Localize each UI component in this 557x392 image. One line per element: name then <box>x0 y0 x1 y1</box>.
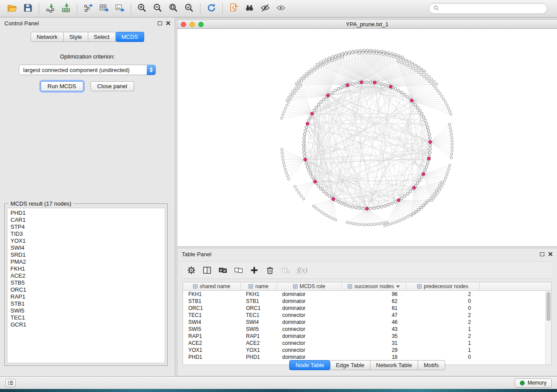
network-view[interactable] <box>177 29 557 246</box>
search-box[interactable] <box>429 3 547 14</box>
table-cell: connector <box>277 340 342 346</box>
toolbar-separator <box>222 3 223 14</box>
control-panel: Control Panel NetworkStyleSelectMCDS Opt… <box>0 17 175 376</box>
tab-style[interactable]: Style <box>64 32 88 42</box>
result-node-item[interactable]: STP4 <box>7 224 165 230</box>
control-panel-header: Control Panel <box>0 17 175 29</box>
export-network-button[interactable] <box>80 2 96 15</box>
result-node-item[interactable]: CAR1 <box>7 217 165 224</box>
result-node-item[interactable]: TID3 <box>7 230 165 237</box>
tab-motifs[interactable]: Motifs <box>418 360 445 370</box>
result-node-item[interactable]: SRD1 <box>7 251 165 258</box>
table-scrollbar[interactable] <box>545 291 551 364</box>
import-table-button[interactable] <box>58 2 74 15</box>
chevron-down-icon <box>396 285 400 288</box>
refresh-layout-button[interactable] <box>204 2 219 15</box>
status-menu-button[interactable] <box>5 379 16 387</box>
close-panel-button[interactable]: Close panel <box>90 81 135 91</box>
table-cell: ORC1 <box>241 305 277 311</box>
run-mcds-button[interactable]: Run MCDS <box>41 81 83 91</box>
result-node-item[interactable]: SWI5 <box>7 307 165 314</box>
share-document-icon <box>228 3 239 15</box>
save-session-button[interactable] <box>20 2 36 15</box>
memory-button[interactable]: Memory <box>515 378 552 388</box>
result-node-item[interactable]: PHD1 <box>7 210 165 217</box>
table-row[interactable]: SWI4SWI4dominator462 <box>183 319 551 326</box>
table-cell: connector <box>277 347 342 353</box>
show-column-button[interactable] <box>203 266 211 275</box>
table-cell: 2 <box>406 319 480 325</box>
float-table-panel-icon[interactable] <box>540 252 544 256</box>
table-cell: connector <box>277 326 342 332</box>
column-header-predecessor-nodes[interactable]: predecessor nodes <box>406 282 480 290</box>
tab-select[interactable]: Select <box>88 32 116 42</box>
table-settings-button[interactable] <box>187 266 196 275</box>
result-node-item[interactable]: GCR1 <box>7 321 165 328</box>
zoom-out-button[interactable] <box>150 2 166 15</box>
result-node-item[interactable]: ORC1 <box>7 286 165 293</box>
result-node-item[interactable]: FKH1 <box>7 265 165 272</box>
table-cell: ACE2 <box>241 340 277 346</box>
column-header-shared-name[interactable]: shared name <box>183 282 241 290</box>
zoom-fit-button[interactable] <box>166 2 181 15</box>
export-table-button[interactable] <box>96 2 112 15</box>
zoom-in-button[interactable] <box>134 2 150 15</box>
table-attribute-icon <box>193 284 197 289</box>
table-row[interactable]: STB1STB1dominator620 <box>183 298 551 305</box>
table-row[interactable]: ORC1ORC1dominator610 <box>183 305 551 312</box>
result-node-item[interactable]: TEC1 <box>7 314 165 321</box>
delete-column-button[interactable] <box>266 266 274 275</box>
column-header-MCDS-role[interactable]: MCDS role <box>277 282 342 290</box>
table-row[interactable]: RAP1RAP1dominator352 <box>183 333 551 340</box>
table-cell: STB1 <box>241 298 277 304</box>
tab-edge-table[interactable]: Edge Table <box>330 360 370 370</box>
table-cell: SWI4 <box>183 319 241 325</box>
result-node-item[interactable]: STB5 <box>7 279 165 286</box>
result-node-item[interactable]: STB1 <box>7 300 165 307</box>
network-graph[interactable] <box>177 29 557 246</box>
show-all-button[interactable] <box>273 2 289 15</box>
zoom-selected-button[interactable] <box>181 2 197 15</box>
mcds-result-list[interactable]: PHD1CAR1STP4TID3YOX1SWI4SRD1PMA2FKH1ACE2… <box>7 208 165 363</box>
table-cell: TEC1 <box>241 312 277 318</box>
toolbar-separator <box>39 3 39 14</box>
result-node-item[interactable]: ACE2 <box>7 272 165 279</box>
create-column-button[interactable] <box>250 266 259 275</box>
tab-network-table[interactable]: Network Table <box>370 360 418 370</box>
table-row[interactable]: PHD1PHD1dominator180 <box>183 354 551 361</box>
close-panel-icon[interactable] <box>166 21 170 25</box>
result-node-item[interactable]: PMA2 <box>7 258 165 265</box>
table-row[interactable]: ACE2ACE2connector311 <box>183 340 551 347</box>
share-document-button[interactable] <box>226 2 242 15</box>
table-row[interactable]: SWI5SWI5connector431 <box>183 326 551 333</box>
hide-selected-button[interactable] <box>257 2 273 15</box>
tab-network[interactable]: Network <box>31 32 64 42</box>
table-row[interactable]: FKH1FKH1dominator962 <box>183 291 551 298</box>
search-network-button[interactable] <box>242 2 257 15</box>
optimization-criterion-dropdown[interactable]: largest connected component (undirected) <box>19 65 156 75</box>
select-all-columns-button[interactable] <box>218 266 227 275</box>
deselect-all-columns-button[interactable] <box>234 266 243 275</box>
open-session-button[interactable] <box>4 2 20 15</box>
export-image-button[interactable] <box>112 2 128 15</box>
close-table-panel-icon[interactable] <box>548 252 553 256</box>
scrollbar-thumb[interactable] <box>547 292 550 321</box>
mcds-result-title: MCDS result (17 nodes) <box>8 200 73 207</box>
result-node-item[interactable]: YOX1 <box>7 237 165 244</box>
result-node-item[interactable]: SWI4 <box>7 244 165 251</box>
import-network-button[interactable] <box>42 2 58 15</box>
function-builder-button[interactable]: f(x) <box>297 266 308 275</box>
tab-mcds[interactable]: MCDS <box>116 32 144 42</box>
table-row[interactable]: TEC1TEC1connector472 <box>183 312 551 319</box>
tab-node-table[interactable]: Node Table <box>289 360 330 370</box>
table-cell: PHD1 <box>183 354 241 360</box>
search-input[interactable] <box>442 5 543 12</box>
table-row[interactable]: YOX1YOX1connector291 <box>183 347 551 354</box>
table-cell: SWI4 <box>241 319 277 325</box>
float-panel-icon[interactable] <box>158 21 162 25</box>
column-header-successor-nodes[interactable]: successor nodes <box>342 282 406 290</box>
column-header-name[interactable]: name <box>241 282 277 290</box>
delete-table-button-disabled <box>281 266 290 275</box>
network-window-titlebar[interactable]: YPA_prune.txt_1 <box>177 20 557 29</box>
result-node-item[interactable]: RAP1 <box>7 293 165 300</box>
